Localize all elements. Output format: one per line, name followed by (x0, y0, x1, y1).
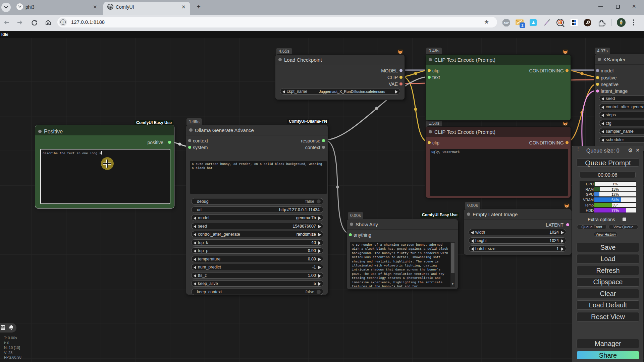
svg-text:2: 2 (521, 23, 523, 27)
svg-text:ABP: ABP (504, 21, 509, 24)
